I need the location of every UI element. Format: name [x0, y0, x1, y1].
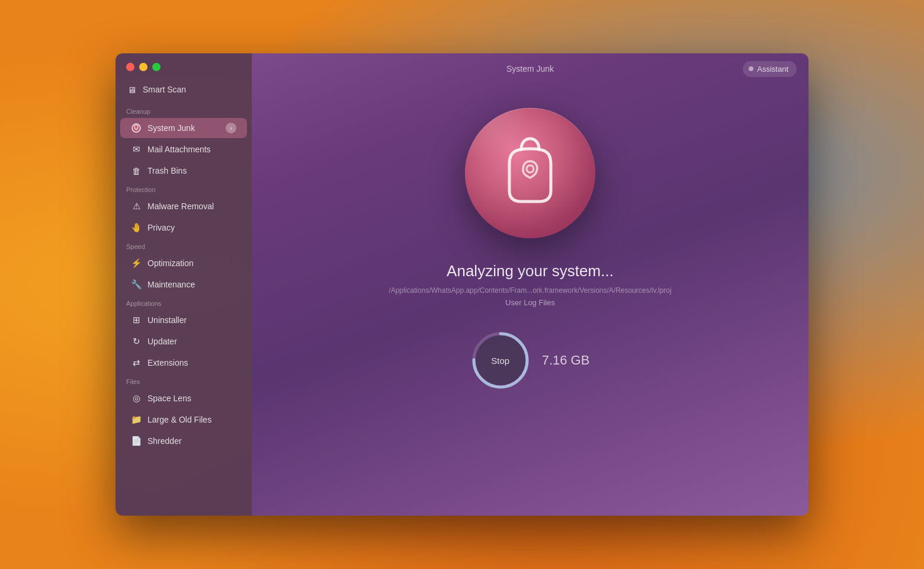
uninstaller-icon: ⊞	[131, 315, 142, 325]
large-files-icon: 📁	[131, 414, 142, 425]
sidebar-item-trash-bins[interactable]: 🗑 Trash Bins	[120, 161, 247, 181]
privacy-label: Privacy	[147, 223, 175, 232]
active-indicator: ›	[226, 123, 236, 133]
scan-type-text: User Log Files	[505, 298, 555, 307]
analyzing-text: Analyzing your system...	[447, 262, 614, 280]
space-lens-label: Space Lens	[147, 394, 191, 403]
privacy-icon: 🤚	[131, 222, 142, 233]
sidebar-item-updater[interactable]: ↻ Updater	[120, 331, 247, 351]
assistant-dot	[749, 66, 753, 71]
mail-attachments-label: Mail Attachments	[147, 145, 211, 154]
shredder-icon: 📄	[131, 436, 142, 446]
sidebar-item-space-lens[interactable]: ◎ Space Lens	[120, 388, 247, 408]
section-label-speed: Speed	[116, 238, 252, 252]
system-junk-label: System Junk	[147, 123, 195, 133]
stop-button[interactable]: Stop	[476, 335, 525, 385]
close-button[interactable]	[126, 63, 134, 71]
traffic-lights	[116, 53, 252, 78]
section-label-cleanup: Cleanup	[116, 103, 252, 117]
uninstaller-label: Uninstaller	[147, 315, 187, 325]
extensions-label: Extensions	[147, 358, 188, 367]
optimization-label: Optimization	[147, 258, 194, 268]
maintenance-icon: 🔧	[131, 279, 142, 290]
sidebar-item-extensions[interactable]: ⇄ Extensions	[120, 353, 247, 373]
window-title: System Junk	[506, 64, 554, 73]
sidebar-item-mail-attachments[interactable]: ✉ Mail Attachments	[120, 139, 247, 159]
sidebar: 🖥 Smart Scan Cleanup System Junk › ✉ Mai…	[116, 53, 252, 516]
section-label-applications: Applications	[116, 295, 252, 309]
title-bar: System Junk Assistant	[252, 53, 808, 84]
smart-scan-icon: 🖥	[126, 84, 137, 95]
space-lens-icon: ◎	[131, 393, 142, 404]
maximize-button[interactable]	[152, 63, 161, 71]
optimization-icon: ⚡	[131, 258, 142, 268]
assistant-label: Assistant	[757, 65, 788, 73]
app-window: 🖥 Smart Scan Cleanup System Junk › ✉ Mai…	[116, 53, 808, 516]
trash-bins-label: Trash Bins	[147, 166, 187, 175]
file-path-text: /Applications/WhatsApp.app/Contents/Fram…	[389, 286, 671, 295]
sidebar-item-uninstaller[interactable]: ⊞ Uninstaller	[120, 310, 247, 330]
minimize-button[interactable]	[139, 63, 147, 71]
shredder-label: Shredder	[147, 436, 182, 446]
app-icon-container	[465, 108, 595, 238]
smart-scan-label: Smart Scan	[143, 85, 186, 94]
progress-area: Stop 7.16 GB	[471, 331, 590, 390]
malware-removal-label: Malware Removal	[147, 202, 214, 211]
sidebar-item-large-old-files[interactable]: 📁 Large & Old Files	[120, 410, 247, 430]
large-old-files-label: Large & Old Files	[147, 415, 211, 424]
updater-label: Updater	[147, 337, 177, 346]
sidebar-item-smart-scan[interactable]: 🖥 Smart Scan	[116, 78, 252, 103]
maintenance-label: Maintenance	[147, 280, 195, 289]
sidebar-item-system-junk[interactable]: System Junk ›	[120, 118, 247, 138]
section-label-files: Files	[116, 373, 252, 388]
system-junk-icon	[131, 123, 142, 133]
section-label-protection: Protection	[116, 181, 252, 196]
extensions-icon: ⇄	[131, 357, 142, 368]
sidebar-item-shredder[interactable]: 📄 Shredder	[120, 431, 247, 451]
updater-icon: ↻	[131, 336, 142, 347]
trash-icon: 🗑	[131, 165, 142, 176]
svg-point-1	[527, 165, 534, 172]
main-content: System Junk Assistant Analyzi	[252, 53, 808, 516]
sidebar-item-malware-removal[interactable]: ⚠ Malware Removal	[120, 196, 247, 216]
storage-size-text: 7.16 GB	[542, 353, 590, 368]
mail-icon: ✉	[131, 144, 142, 155]
stop-button-container: Stop	[471, 331, 530, 390]
sidebar-item-optimization[interactable]: ⚡ Optimization	[120, 253, 247, 273]
malware-icon: ⚠	[131, 201, 142, 212]
sidebar-item-privacy[interactable]: 🤚 Privacy	[120, 218, 247, 238]
sidebar-item-maintenance[interactable]: 🔧 Maintenance	[120, 274, 247, 295]
assistant-button[interactable]: Assistant	[743, 61, 797, 77]
app-logo-svg	[489, 132, 572, 215]
app-icon	[465, 108, 595, 238]
